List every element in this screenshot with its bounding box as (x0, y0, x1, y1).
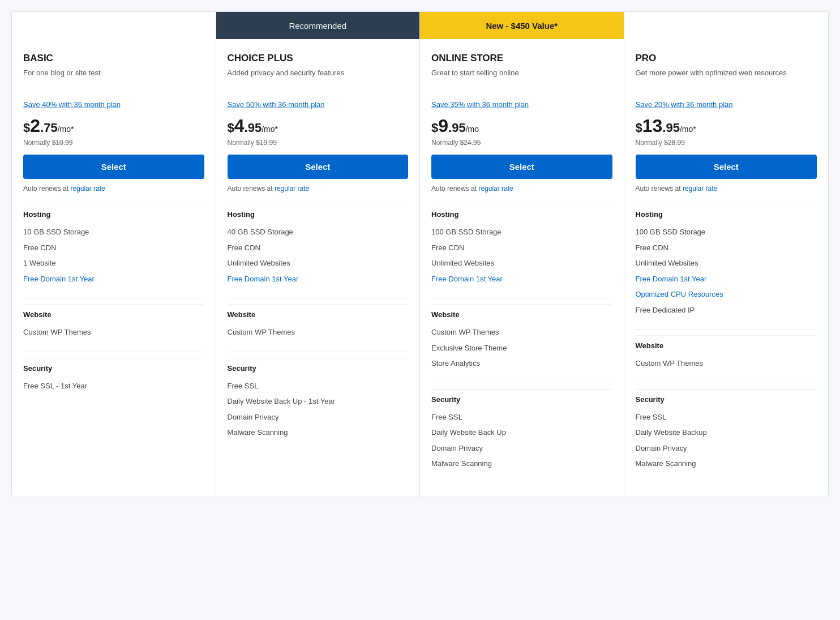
plan-column-online-store: New - $450 Value*ONLINE STOREGreat to st… (420, 12, 624, 497)
hosting-feature-online-store: 100 GB SSD Storage (431, 224, 612, 240)
hosting-feature-choice-plus: Unlimited Websites (228, 255, 409, 271)
hosting-section-choice-plus: Hosting40 GB SSD StorageFree CDNUnlimite… (228, 204, 409, 287)
price-block-basic: $2.75/mo* (23, 116, 204, 136)
plan-column-basic: BASICFor one blog or site testSave 40% w… (12, 12, 216, 497)
hosting-feature-pro: Free CDN (636, 240, 817, 256)
price-period-basic: /mo* (58, 125, 74, 134)
plan-badge-pro (624, 12, 829, 39)
security-feature-choice-plus: Domain Privacy (228, 409, 409, 425)
regular-rate-link-basic[interactable]: regular rate (70, 185, 105, 193)
price-normally-basic: Normally $10.99 (23, 139, 204, 147)
plan-name-online-store: ONLINE STORE (431, 53, 612, 64)
website-section-choice-plus: WebsiteCustom WP Themes (228, 298, 409, 340)
price-period-choice-plus: /mo* (262, 125, 278, 134)
website-feature-online-store: Store Analytics (431, 356, 612, 371)
security-feature-choice-plus: Free SSL (228, 378, 409, 394)
security-feature-online-store: Malware Scanning (431, 456, 612, 472)
pricing-wrapper: BASICFor one blog or site testSave 40% w… (0, 0, 840, 508)
regular-rate-link-online-store[interactable]: regular rate (478, 185, 513, 193)
security-title-online-store: Security (431, 389, 612, 404)
website-section-online-store: WebsiteCustom WP ThemesExclusive Store T… (431, 298, 612, 371)
plan-content-pro: PROGet more power with optimized web res… (624, 39, 829, 497)
select-button-pro[interactable]: Select (636, 155, 817, 179)
security-feature-choice-plus: Daily Website Back Up - 1st Year (228, 394, 409, 409)
security-title-pro: Security (636, 389, 817, 404)
hosting-title-basic: Hosting (23, 204, 204, 219)
auto-renews-online-store: Auto renews at regular rate (431, 185, 612, 193)
website-feature-online-store: Custom WP Themes (431, 324, 612, 340)
hosting-feature-basic: Free Domain 1st Year (23, 271, 204, 287)
website-title-choice-plus: Website (228, 304, 409, 319)
auto-renews-basic: Auto renews at regular rate (23, 185, 204, 193)
hosting-feature-pro: Optimized CPU Resources (636, 287, 817, 302)
plan-name-basic: BASIC (23, 53, 204, 64)
website-feature-basic: Custom WP Themes (23, 324, 204, 340)
auto-renews-choice-plus: Auto renews at regular rate (228, 185, 409, 193)
plan-content-basic: BASICFor one blog or site testSave 40% w… (12, 39, 216, 497)
price-main-basic: $2.75 (23, 116, 58, 136)
hosting-section-online-store: Hosting100 GB SSD StorageFree CDNUnlimit… (431, 204, 612, 287)
security-title-choice-plus: Security (228, 358, 409, 373)
hosting-feature-basic: 10 GB SSD Storage (23, 224, 204, 240)
security-feature-basic: Free SSL - 1st Year (23, 378, 204, 394)
hosting-title-pro: Hosting (636, 204, 817, 219)
plan-desc-choice-plus: Added privacy and security features (228, 67, 409, 90)
plan-desc-online-store: Great to start selling online (431, 67, 612, 90)
hosting-feature-pro: Free Dedicated IP (636, 302, 817, 318)
plan-column-pro: PROGet more power with optimized web res… (624, 12, 829, 497)
hosting-section-pro: Hosting100 GB SSD StorageFree CDNUnlimit… (636, 204, 817, 318)
security-feature-choice-plus: Malware Scanning (228, 425, 409, 441)
plan-name-pro: PRO (636, 53, 817, 64)
save-link-pro[interactable]: Save 20% with 36 month plan (636, 100, 817, 109)
hosting-feature-online-store: Free CDN (431, 240, 612, 256)
security-feature-pro: Domain Privacy (636, 441, 817, 456)
website-section-pro: WebsiteCustom WP Themes (636, 329, 817, 371)
hosting-title-online-store: Hosting (431, 204, 612, 219)
save-link-choice-plus[interactable]: Save 50% with 36 month plan (228, 100, 409, 109)
hosting-feature-pro: Unlimited Websites (636, 255, 817, 271)
website-feature-online-store: Exclusive Store Theme (431, 340, 612, 356)
hosting-feature-choice-plus: Free CDN (228, 240, 409, 256)
plan-name-choice-plus: CHOICE PLUS (228, 53, 409, 64)
security-feature-pro: Daily Website Backup (636, 425, 817, 441)
price-normally-pro: Normally $28.99 (636, 139, 817, 147)
price-period-online-store: /mo (466, 125, 479, 134)
hosting-feature-online-store: Free Domain 1st Year (431, 271, 612, 287)
security-section-basic: SecurityFree SSL - 1st Year (23, 352, 204, 394)
hosting-feature-choice-plus: 40 GB SSD Storage (228, 224, 409, 240)
security-section-choice-plus: SecurityFree SSLDaily Website Back Up - … (228, 352, 409, 441)
website-title-pro: Website (636, 335, 817, 350)
security-feature-pro: Free SSL (636, 409, 817, 425)
price-main-pro: $13.95 (636, 116, 680, 136)
price-block-choice-plus: $4.95/mo* (228, 116, 409, 136)
price-period-pro: /mo* (680, 125, 696, 134)
hosting-feature-choice-plus: Free Domain 1st Year (228, 271, 409, 287)
price-block-pro: $13.95/mo* (636, 116, 817, 136)
select-button-choice-plus[interactable]: Select (228, 155, 409, 179)
website-title-online-store: Website (431, 304, 612, 319)
security-title-basic: Security (23, 358, 204, 373)
plan-badge-choice-plus: Recommended (216, 12, 420, 39)
price-main-choice-plus: $4.95 (228, 116, 262, 136)
hosting-section-basic: Hosting10 GB SSD StorageFree CDN1 Websit… (23, 204, 204, 287)
hosting-title-choice-plus: Hosting (228, 204, 409, 219)
plan-badge-basic (12, 12, 216, 39)
plan-desc-pro: Get more power with optimized web resour… (636, 67, 817, 90)
plan-desc-basic: For one blog or site test (23, 67, 204, 90)
security-section-online-store: SecurityFree SSLDaily Website Back UpDom… (431, 383, 612, 472)
save-link-basic[interactable]: Save 40% with 36 month plan (23, 100, 204, 109)
security-feature-online-store: Free SSL (431, 409, 612, 425)
regular-rate-link-choice-plus[interactable]: regular rate (275, 185, 309, 193)
pricing-grid: BASICFor one blog or site testSave 40% w… (11, 11, 829, 497)
plan-column-choice-plus: RecommendedCHOICE PLUSAdded privacy and … (216, 12, 421, 497)
plan-content-online-store: ONLINE STOREGreat to start selling onlin… (420, 39, 624, 497)
regular-rate-link-pro[interactable]: regular rate (683, 185, 717, 193)
auto-renews-pro: Auto renews at regular rate (636, 185, 817, 193)
price-block-online-store: $9.95/mo (431, 116, 612, 136)
hosting-feature-pro: 100 GB SSD Storage (636, 224, 817, 240)
hosting-feature-online-store: Unlimited Websites (431, 255, 612, 271)
select-button-basic[interactable]: Select (23, 155, 204, 179)
select-button-online-store[interactable]: Select (431, 155, 612, 179)
website-title-basic: Website (23, 304, 204, 319)
save-link-online-store[interactable]: Save 35% with 36 month plan (431, 100, 612, 109)
